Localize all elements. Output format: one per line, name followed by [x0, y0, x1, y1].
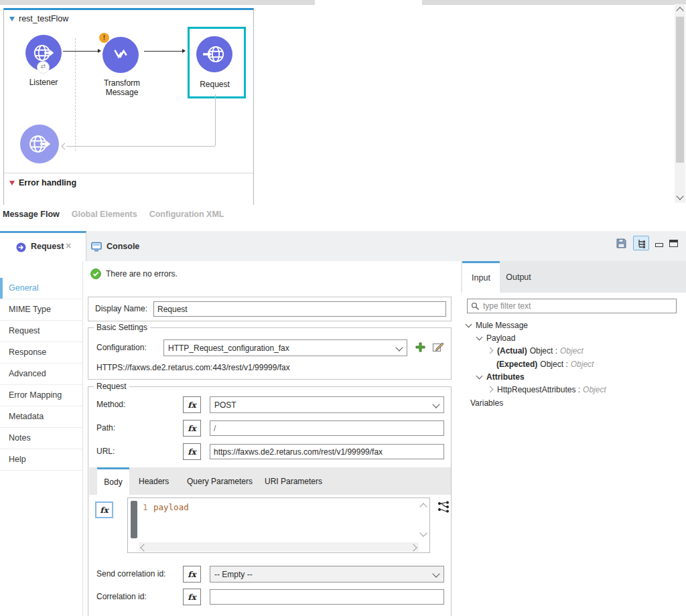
send-correlation-fx-button[interactable]: fx [183, 566, 201, 583]
tree-item-http-request-attributes[interactable]: HttpRequestAttributes : Object [461, 383, 606, 396]
sidebar-item-metadata[interactable]: Metadata [0, 406, 82, 428]
tab-input[interactable]: Input [462, 261, 500, 293]
display-name-input[interactable] [153, 301, 446, 317]
flow-canvas: rest_testFlow ⇄ Listener ! Transfo [3, 8, 254, 205]
tab-headers[interactable]: Headers [139, 467, 169, 495]
minimize-icon[interactable] [655, 243, 663, 247]
tab-body[interactable]: Body [97, 467, 129, 495]
chevron-expanded-icon[interactable] [476, 373, 483, 380]
tree-item-variables[interactable]: Variables [461, 396, 503, 409]
save-icon[interactable] [616, 238, 627, 249]
configuration-select[interactable]: HTTP_Request_configuration_fax [163, 339, 407, 356]
tab-global-elements[interactable]: Global Elements [72, 210, 137, 219]
top-toolbar-strip [0, 0, 315, 5]
tab-console[interactable]: Console [91, 231, 139, 261]
tab-query-parameters[interactable]: Query Parameters [187, 467, 253, 495]
canvas-scrollbar[interactable] [675, 4, 685, 203]
path-label: Path: [96, 423, 115, 433]
sidebar-item-mime-type[interactable]: MIME Type [0, 299, 82, 321]
console-icon [91, 241, 102, 252]
sidebar-item-response[interactable]: Response [0, 342, 82, 364]
url-fx-button[interactable]: fx [183, 443, 201, 460]
editor-scroll-left-icon[interactable] [140, 544, 147, 551]
flow-loop-connector [66, 146, 215, 147]
display-name-group: Display Name: [88, 297, 452, 321]
editor-scroll-up-icon[interactable] [419, 503, 427, 510]
line-number: 1 [143, 502, 148, 512]
tree-item-actual[interactable]: (Actual) Object : Object [461, 344, 584, 357]
display-name-label: Display Name: [95, 297, 147, 321]
url-input[interactable] [210, 444, 444, 459]
scroll-down-icon[interactable] [676, 192, 683, 200]
chevron-expanded-icon[interactable] [476, 334, 483, 341]
http-request-mini-icon [16, 242, 26, 252]
sidebar-item-request[interactable]: Request [0, 321, 82, 342]
tree-item-payload[interactable]: Payload [461, 331, 515, 344]
body-fx-button[interactable]: fx [95, 502, 113, 518]
sidebar-item-notes[interactable]: Notes [0, 428, 82, 449]
tab-uri-parameters[interactable]: URI Parameters [265, 467, 322, 495]
globe-arrow-icon [202, 42, 226, 66]
tree-item-attributes[interactable]: Attributes [461, 370, 525, 383]
tree-item-expected[interactable]: (Expected) Object : Object [461, 358, 594, 370]
sidebar-item-general[interactable]: General [0, 278, 82, 299]
editor-hscrollbar[interactable] [139, 542, 419, 552]
chevron-collapsed-icon[interactable] [487, 386, 494, 393]
top-toolbar-strip [422, 0, 686, 5]
path-fx-button[interactable]: fx [183, 420, 201, 437]
close-icon[interactable]: × [66, 240, 71, 251]
body-expression-editor[interactable]: 1 payload [127, 497, 430, 553]
error-handling-label: Error handling [19, 178, 76, 187]
tab-console-label: Console [107, 242, 139, 251]
sidebar-item-advanced[interactable]: Advanced [0, 364, 82, 385]
edit-config-icon[interactable] [432, 341, 444, 353]
scroll-up-icon[interactable] [676, 7, 683, 14]
chevron-down-icon [395, 343, 403, 351]
tree-item-mule-message[interactable]: Mule Message [461, 319, 528, 331]
error-handling-collapse-icon[interactable] [9, 181, 15, 185]
request-node[interactable] [196, 36, 232, 72]
flow-header: rest_testFlow [9, 14, 68, 23]
flow-connector [63, 51, 98, 52]
add-config-icon[interactable] [415, 341, 426, 353]
chevron-collapsed-icon[interactable] [487, 348, 494, 354]
tab-configuration-xml[interactable]: Configuration XML [149, 210, 224, 219]
basic-settings-title: Basic Settings [94, 323, 150, 332]
sidebar-item-help[interactable]: Help [0, 449, 82, 471]
basic-settings-group: Basic Settings Configuration: HTTP_Reque… [88, 327, 452, 380]
dataweave-mapping-icon[interactable] [437, 501, 450, 513]
path-input[interactable] [210, 420, 444, 436]
transform-message-node[interactable] [102, 37, 139, 73]
tab-output[interactable]: Output [500, 261, 537, 293]
editor-scroll-right-icon[interactable] [409, 544, 417, 551]
sidebar-item-error-mapping[interactable]: Error Mapping [0, 385, 82, 406]
chevron-down-icon [432, 570, 439, 577]
flow-connector-arrow [98, 49, 101, 53]
editor-scroll-down-icon[interactable] [419, 529, 427, 536]
correlation-fx-button[interactable]: fx [183, 589, 201, 605]
method-fx-button[interactable]: fx [183, 396, 201, 413]
scrollbar-thumb[interactable] [676, 17, 684, 163]
chevron-expanded-icon[interactable] [466, 321, 472, 328]
link-with-editor-button[interactable] [633, 236, 649, 250]
configuration-value: HTTP_Request_configuration_fax [168, 343, 289, 353]
faded-globe-node[interactable] [20, 125, 59, 163]
properties-sidebar: General MIME Type Request Response Advan… [0, 261, 83, 616]
sync-badge-icon: ⇄ [37, 61, 50, 74]
flow-collapse-icon[interactable] [9, 17, 15, 21]
url-label: URL: [96, 447, 115, 456]
properties-form: There are no errors. Display Name: Basic… [84, 261, 461, 616]
flow-editor-tabs: Message Flow Global Elements Configurati… [3, 206, 224, 223]
configuration-label: Configuration: [96, 343, 147, 352]
filter-input[interactable]: type filter text [467, 299, 677, 313]
send-correlation-select[interactable]: -- Empty -- [210, 566, 444, 583]
correlation-input[interactable] [210, 589, 444, 605]
tab-request-properties[interactable]: Request × [0, 231, 86, 261]
request-node-label: Request [188, 80, 242, 89]
request-subtabs: Body Headers Query Parameters URI Parame… [89, 467, 451, 495]
maximize-icon[interactable] [669, 240, 678, 247]
correlation-label: Correlation id: [96, 592, 147, 601]
method-select[interactable]: POST [210, 396, 444, 413]
tab-message-flow[interactable]: Message Flow [3, 210, 60, 219]
error-handling-header: Error handling [9, 178, 76, 187]
